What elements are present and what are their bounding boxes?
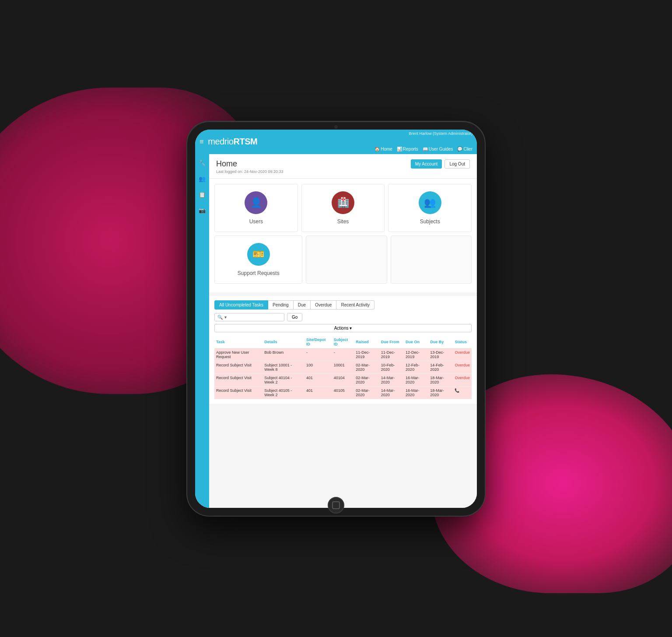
tile-sites[interactable]: 🏥 Sites	[301, 184, 385, 232]
table-cell: 11-Dec-2019	[379, 348, 404, 361]
table-cell: Overdue	[453, 361, 472, 373]
top-header: ≡ medrioRTSM Brent Harlow (System Admini…	[195, 130, 477, 154]
tile-users[interactable]: 👤 Users	[214, 184, 298, 232]
actions-button[interactable]: Actions ▾	[214, 324, 472, 332]
table-cell: 401	[304, 386, 332, 399]
search-bar: 🔍 ▾ Go	[214, 313, 472, 321]
last-logged-on: Last logged on: 24-Nov-2020 09:20:33	[216, 169, 284, 174]
tab-all-uncompleted[interactable]: All Uncompleted Tasks	[214, 300, 268, 310]
col-due-on: Due On	[404, 336, 428, 348]
page-title-block: Home Last logged on: 24-Nov-2020 09:20:3…	[216, 159, 284, 174]
tile-sites-label: Sites	[337, 218, 349, 225]
logo-suffix: RTSM	[233, 137, 257, 146]
table-cell: 02-Mar-2020	[354, 373, 379, 386]
my-account-button[interactable]: My Account	[411, 159, 442, 169]
task-table-body: Approve New User RequestBob Brown--11-De…	[214, 348, 472, 399]
table-cell: 14-Mar-2020	[379, 373, 404, 386]
logout-button[interactable]: Log Out	[444, 159, 470, 169]
task-table: Task Details Site/Depot ID Subject ID Ra…	[214, 336, 472, 399]
table-row[interactable]: Record Subject VisitSubject 10001 - Week…	[214, 361, 472, 373]
home-button-inner	[332, 501, 340, 509]
sites-icon: 🏥	[337, 197, 349, 208]
table-row[interactable]: Record Subject VisitSubject 40105 - Week…	[214, 386, 472, 399]
nav-client[interactable]: 💬 Clier	[457, 147, 472, 151]
hamburger-icon[interactable]: ≡	[200, 138, 203, 146]
table-cell: Overdue	[453, 373, 472, 386]
col-details: Details	[262, 336, 304, 348]
sidebar-icon-settings[interactable]: 🔧	[198, 159, 206, 167]
users-icon: 👤	[250, 197, 262, 208]
table-cell: 02-Mar-2020	[354, 386, 379, 399]
header-nav: 🏠 Home 📊 Reports 📖 User Guides 💬 Clier	[374, 147, 472, 151]
support-icon-circle: 🎫	[247, 243, 270, 266]
col-status: Status	[453, 336, 472, 348]
tab-overdue[interactable]: Overdue	[311, 300, 336, 310]
table-row[interactable]: Approve New User RequestBob Brown--11-De…	[214, 348, 472, 361]
camera-dot	[334, 125, 338, 129]
table-cell: 13-Dec-2019	[428, 348, 453, 361]
users-icon-circle: 👤	[245, 191, 267, 214]
table-cell: 11-Dec-2019	[354, 348, 379, 361]
client-icon: 💬	[457, 147, 462, 151]
table-header-row: Task Details Site/Depot ID Subject ID Ra…	[214, 336, 472, 348]
search-icon: 🔍	[217, 315, 223, 320]
tile-support[interactable]: 🎫 Support Requests	[214, 236, 302, 284]
tabs-bar: All Uncompleted Tasks Pending Due Overdu…	[214, 300, 472, 310]
app-container: ≡ medrioRTSM Brent Harlow (System Admini…	[195, 130, 477, 508]
main-page: Home Last logged on: 24-Nov-2020 09:20:3…	[209, 154, 477, 508]
table-cell: 10-Feb-2020	[379, 361, 404, 373]
sidebar-icon-reports[interactable]: 📋	[198, 191, 206, 199]
tab-pending[interactable]: Pending	[268, 300, 294, 310]
tab-due[interactable]: Due	[294, 300, 311, 310]
tasks-section: All Uncompleted Tasks Pending Due Overdu…	[209, 296, 477, 404]
table-cell: 100	[304, 361, 332, 373]
home-button[interactable]	[328, 497, 344, 514]
tile-users-label: Users	[249, 218, 263, 225]
reports-icon: 📊	[397, 147, 402, 151]
tiles-row-1: 👤 Users 🏥 Sites	[214, 184, 472, 232]
user-info: Brent Harlow (System Administrator)	[409, 131, 472, 136]
table-cell: Subject 10001 - Week 8	[262, 361, 304, 373]
tile-placeholder-1	[306, 236, 387, 284]
table-cell: 14-Mar-2020	[379, 386, 404, 399]
support-icon: 🎫	[252, 249, 264, 260]
table-cell: 401	[304, 373, 332, 386]
tile-support-label: Support Requests	[238, 270, 280, 276]
user-guides-icon: 📖	[423, 147, 428, 151]
tile-subjects-label: Subjects	[420, 218, 440, 225]
table-cell: 10001	[332, 361, 354, 373]
nav-client-label: Clier	[463, 147, 472, 151]
nav-reports[interactable]: 📊 Reports	[397, 147, 418, 151]
table-cell: 📞	[453, 386, 472, 399]
tablet-frame: ≡ medrioRTSM Brent Harlow (System Admini…	[187, 122, 485, 516]
go-button[interactable]: Go	[287, 313, 302, 321]
table-cell: 14-Feb-2020	[428, 361, 453, 373]
page-title: Home	[216, 159, 284, 169]
table-cell: 18-Mar-2020	[428, 373, 453, 386]
nav-guides-label: User Guides	[429, 147, 453, 151]
nav-user-guides[interactable]: 📖 User Guides	[423, 147, 453, 151]
nav-home[interactable]: 🏠 Home	[374, 147, 392, 151]
table-row[interactable]: Record Subject VisitSubject 40104 - Week…	[214, 373, 472, 386]
sidebar: 🔧 👥 📋 📷	[195, 154, 209, 508]
search-input-wrap[interactable]: 🔍 ▾	[214, 313, 284, 321]
sidebar-icon-users[interactable]: 👥	[198, 175, 206, 183]
page-header: Home Last logged on: 24-Nov-2020 09:20:3…	[209, 154, 477, 179]
tablet-screen: ≡ medrioRTSM Brent Harlow (System Admini…	[195, 130, 477, 508]
home-icon: 🏠	[374, 147, 380, 151]
table-cell: 16-Mar-2020	[404, 386, 428, 399]
table-cell: Record Subject Visit	[214, 361, 262, 373]
table-cell: Bob Brown	[262, 348, 304, 361]
sites-icon-circle: 🏥	[332, 191, 354, 214]
sidebar-icon-camera[interactable]: 📷	[198, 207, 206, 215]
subjects-icon: 👥	[424, 197, 436, 208]
col-due-from: Due From	[379, 336, 404, 348]
table-cell: 12-Feb-2020	[404, 361, 428, 373]
tab-recent-activity[interactable]: Recent Activity	[336, 300, 374, 310]
table-cell: Subject 40105 - Week 2	[262, 386, 304, 399]
table-cell: -	[304, 348, 332, 361]
tile-subjects[interactable]: 👥 Subjects	[388, 184, 472, 232]
table-cell: Record Subject Visit	[214, 373, 262, 386]
col-task: Task	[214, 336, 262, 348]
header-buttons: My Account Log Out	[411, 159, 470, 169]
